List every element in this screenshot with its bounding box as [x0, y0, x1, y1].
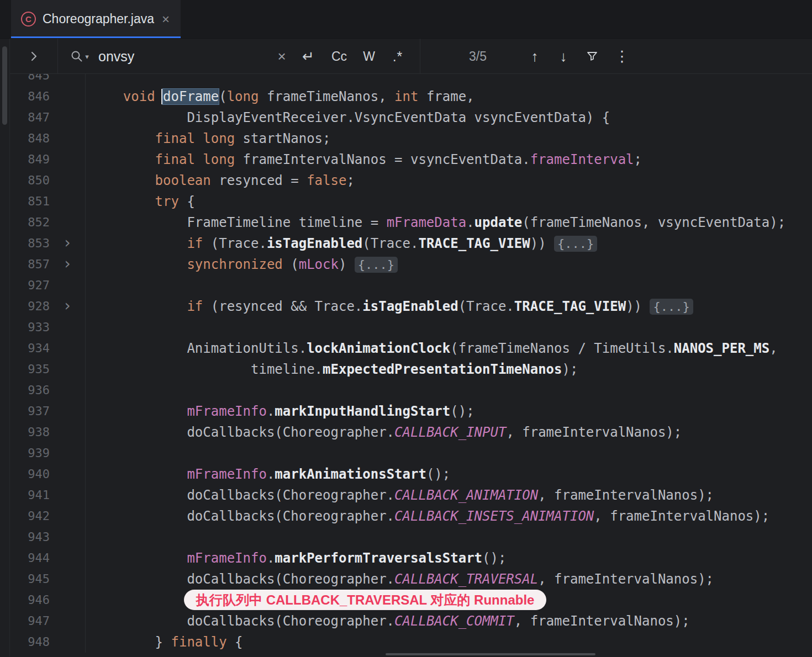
code-text[interactable]: boolean resynced = false;: [86, 170, 812, 191]
gutter-cell[interactable]: 928›: [10, 296, 86, 317]
gutter-cell[interactable]: 935: [10, 359, 86, 380]
fold-badge[interactable]: {...}: [554, 236, 597, 252]
code-line[interactable]: 941 doCallbacks(Choreographer.CALLBACK_A…: [10, 485, 812, 506]
code-text[interactable]: synchronized (mLock) {...}: [86, 254, 812, 275]
code-text[interactable]: AnimationUtils.lockAnimationClock(frameT…: [86, 338, 812, 359]
gutter-cell[interactable]: 846: [10, 86, 86, 107]
code-text[interactable]: doCallbacks(Choreographer.CALLBACK_TRAVE…: [86, 569, 812, 590]
gutter-cell[interactable]: 848: [10, 128, 86, 149]
gutter-cell[interactable]: 850: [10, 170, 86, 191]
code-line[interactable]: 849 final long frameIntervalNanos = vsyn…: [10, 149, 812, 170]
gutter-cell[interactable]: 852: [10, 212, 86, 233]
gutter-cell[interactable]: 927: [10, 275, 86, 296]
code-line[interactable]: 947 doCallbacks(Choreographer.CALLBACK_C…: [10, 611, 812, 632]
gutter-cell[interactable]: 941: [10, 485, 86, 506]
code-line[interactable]: 945 doCallbacks(Choreographer.CALLBACK_T…: [10, 569, 812, 590]
previous-occurrence-button[interactable]: ↑: [524, 39, 546, 74]
code-line[interactable]: 928› if (resynced && Trace.isTagEnabled(…: [10, 296, 812, 317]
code-line[interactable]: 933: [10, 317, 812, 338]
code-line[interactable]: 942 doCallbacks(Choreographer.CALLBACK_I…: [10, 506, 812, 527]
code-line[interactable]: 939: [10, 443, 812, 464]
code-line[interactable]: 927: [10, 275, 812, 296]
code-line[interactable]: 847 DisplayEventReceiver.VsyncEventData …: [10, 107, 812, 128]
code-text[interactable]: doCallbacks(Choreographer.CALLBACK_INSET…: [86, 506, 812, 527]
match-case-button[interactable]: Cc: [328, 39, 350, 74]
fold-arrow-icon[interactable]: ›: [64, 233, 70, 254]
gutter-cell[interactable]: 933: [10, 317, 86, 338]
code-text[interactable]: doCallbacks(Choreographer.CALLBACK_COMMI…: [86, 611, 812, 632]
gutter-cell[interactable]: 939: [10, 443, 86, 464]
code-text[interactable]: [86, 380, 812, 401]
code-text[interactable]: final long frameIntervalNanos = vsyncEve…: [86, 149, 812, 170]
gutter-cell[interactable]: 944: [10, 548, 86, 569]
gutter-cell[interactable]: 853›: [10, 233, 86, 254]
gutter-cell[interactable]: 947: [10, 611, 86, 632]
code-line[interactable]: 938 doCallbacks(Choreographer.CALLBACK_I…: [10, 422, 812, 443]
horizontal-scrollbar[interactable]: [386, 653, 595, 655]
fold-badge[interactable]: {...}: [355, 257, 398, 273]
code-text[interactable]: [86, 527, 812, 548]
search-history-dropdown[interactable]: ▾: [65, 39, 94, 74]
code-line[interactable]: 851 try {: [10, 191, 812, 212]
more-options-button[interactable]: ⋮: [611, 39, 633, 74]
toggle-replace-button[interactable]: [10, 39, 58, 74]
code-line[interactable]: 948 } finally {: [10, 632, 812, 653]
gutter-cell[interactable]: 942: [10, 506, 86, 527]
code-text[interactable]: final long startNanos;: [86, 128, 812, 149]
code-text[interactable]: mFrameInfo.markAnimationsStart();: [86, 464, 812, 485]
gutter-cell[interactable]: 948: [10, 632, 86, 653]
code-text[interactable]: FrameTimeline timeline = mFrameData.upda…: [86, 212, 812, 233]
fold-arrow-icon[interactable]: ›: [64, 254, 70, 275]
code-text[interactable]: [86, 74, 812, 86]
code-text[interactable]: [86, 443, 812, 464]
code-line[interactable]: 850 boolean resynced = false;: [10, 170, 812, 191]
gutter-cell[interactable]: 945: [10, 569, 86, 590]
gutter-cell[interactable]: 934: [10, 338, 86, 359]
code-text[interactable]: void doFrame(long frameTimeNanos, int fr…: [86, 86, 812, 107]
code-line[interactable]: 940 mFrameInfo.markAnimationsStart();: [10, 464, 812, 485]
code-text[interactable]: mFrameInfo.markPerformTraversalsStart();: [86, 548, 812, 569]
code-line[interactable]: 853› if (Trace.isTagEnabled(Trace.TRACE_…: [10, 233, 812, 254]
clear-search-button[interactable]: ×: [271, 39, 293, 74]
code-line[interactable]: 943: [10, 527, 812, 548]
code-text[interactable]: if (Trace.isTagEnabled(Trace.TRACE_TAG_V…: [86, 233, 812, 254]
tab-choreographer-java[interactable]: C Choreographer.java ×: [11, 0, 181, 38]
fold-badge[interactable]: {...}: [650, 299, 693, 315]
gutter-cell[interactable]: 943: [10, 527, 86, 548]
code-line[interactable]: 934 AnimationUtils.lockAnimationClock(fr…: [10, 338, 812, 359]
code-line[interactable]: 846 void doFrame(long frameTimeNanos, in…: [10, 86, 812, 107]
search-input[interactable]: [97, 44, 268, 68]
code-text[interactable]: mFrameInfo.markInputHandlingStart();: [86, 401, 812, 422]
gutter-cell[interactable]: 845: [10, 74, 86, 86]
gutter-cell[interactable]: 851: [10, 191, 86, 212]
code-line[interactable]: 944 mFrameInfo.markPerformTraversalsStar…: [10, 548, 812, 569]
gutter-cell[interactable]: 847: [10, 107, 86, 128]
gutter-cell[interactable]: 938: [10, 422, 86, 443]
tab-close-icon[interactable]: ×: [161, 13, 171, 26]
gutter-cell[interactable]: 937: [10, 401, 86, 422]
gutter-cell[interactable]: 857›: [10, 254, 86, 275]
code-text[interactable]: } finally {: [86, 632, 812, 653]
code-line[interactable]: 845: [10, 74, 812, 86]
code-text[interactable]: [86, 275, 812, 296]
regex-button[interactable]: .*: [387, 39, 409, 74]
code-text[interactable]: if (resynced && Trace.isTagEnabled(Trace…: [86, 296, 812, 317]
code-text[interactable]: DisplayEventReceiver.VsyncEventData vsyn…: [86, 107, 812, 128]
code-line[interactable]: 936: [10, 380, 812, 401]
code-text[interactable]: 执行队列中 CALLBACK_TRAVERSAL 对应的 Runnable: [86, 590, 812, 611]
code-text[interactable]: doCallbacks(Choreographer.CALLBACK_INPUT…: [86, 422, 812, 443]
vertical-scroll-thumb[interactable]: [2, 46, 7, 125]
code-line[interactable]: 848 final long startNanos;: [10, 128, 812, 149]
newline-button[interactable]: ↵: [297, 39, 319, 74]
code-line[interactable]: 852 FrameTimeline timeline = mFrameData.…: [10, 212, 812, 233]
code-line[interactable]: 857› synchronized (mLock) {...}: [10, 254, 812, 275]
code-text[interactable]: doCallbacks(Choreographer.CALLBACK_ANIMA…: [86, 485, 812, 506]
code-line[interactable]: 937 mFrameInfo.markInputHandlingStart();: [10, 401, 812, 422]
gutter-cell[interactable]: 946: [10, 590, 86, 611]
gutter-cell[interactable]: 849: [10, 149, 86, 170]
code-text[interactable]: try {: [86, 191, 812, 212]
next-occurrence-button[interactable]: ↓: [552, 39, 574, 74]
code-line[interactable]: 946执行队列中 CALLBACK_TRAVERSAL 对应的 Runnable: [10, 590, 812, 611]
gutter-cell[interactable]: 940: [10, 464, 86, 485]
code-line[interactable]: 935 timeline.mExpectedPresentationTimeNa…: [10, 359, 812, 380]
